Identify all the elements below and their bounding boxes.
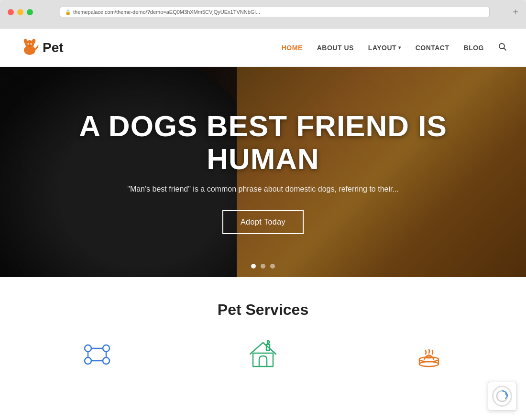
services-section: Pet Services xyxy=(0,277,526,386)
hero-dots xyxy=(251,264,275,269)
hero-dot-2[interactable] xyxy=(261,264,265,269)
search-icon[interactable] xyxy=(498,43,507,53)
svg-point-9 xyxy=(85,345,91,352)
nav-layout[interactable]: LAYOUT ▾ xyxy=(368,44,401,52)
nav-home[interactable]: HOME xyxy=(282,44,303,52)
grooming-icon xyxy=(412,338,446,371)
new-tab-button[interactable]: + xyxy=(513,7,518,18)
svg-point-5 xyxy=(31,43,32,45)
service-item-house xyxy=(185,338,341,371)
site-nav: HOME ABOUT US LAYOUT ▾ CONTACT BLOG xyxy=(282,43,507,53)
svg-point-6 xyxy=(29,45,31,47)
nav-about[interactable]: ABOUT US xyxy=(317,44,354,52)
svg-rect-17 xyxy=(253,353,273,366)
close-button[interactable] xyxy=(8,9,14,15)
svg-point-10 xyxy=(85,357,91,364)
browser-chrome: 🔒 themepalace.com/theme-demo/?demo=aEQ0M… xyxy=(0,0,526,29)
url-text: themepalace.com/theme-demo/?demo=aEQ0M3h… xyxy=(73,9,260,15)
services-title: Pet Services xyxy=(19,301,507,319)
dog-house-icon xyxy=(246,338,280,371)
minimize-button[interactable] xyxy=(17,9,23,15)
traffic-lights xyxy=(8,9,33,15)
service-item-grooming xyxy=(351,338,507,371)
nav-contact[interactable]: CONTACT xyxy=(416,44,449,52)
svg-point-4 xyxy=(28,43,29,45)
service-item-bone xyxy=(19,338,175,371)
svg-point-19 xyxy=(419,362,438,366)
site-header: Pet HOME ABOUT US LAYOUT ▾ CONTACT BLOG xyxy=(0,29,526,67)
website-content: Pet HOME ABOUT US LAYOUT ▾ CONTACT BLOG xyxy=(0,29,526,420)
svg-point-12 xyxy=(103,357,110,364)
recaptcha-icon xyxy=(492,386,512,407)
hero-dot-1[interactable] xyxy=(251,264,256,269)
hero-title: A DOGS BEST FRIEND IS HUMAN xyxy=(57,110,469,175)
bone-icon xyxy=(80,338,114,371)
site-logo[interactable]: Pet xyxy=(19,37,64,58)
hero-subtitle: "Man's best friend" is a common phrase a… xyxy=(57,185,469,194)
svg-point-11 xyxy=(103,345,110,352)
hero-content: A DOGS BEST FRIEND IS HUMAN "Man's best … xyxy=(48,110,478,234)
hero-section: A DOGS BEST FRIEND IS HUMAN "Man's best … xyxy=(0,67,526,277)
hero-dot-3[interactable] xyxy=(270,264,275,269)
nav-blog[interactable]: BLOG xyxy=(464,44,484,52)
recaptcha-badge xyxy=(488,382,516,410)
maximize-button[interactable] xyxy=(27,9,33,15)
svg-line-8 xyxy=(504,48,506,50)
chevron-down-icon: ▾ xyxy=(398,45,401,50)
logo-icon xyxy=(19,37,41,58)
services-grid xyxy=(19,338,507,371)
logo-text: Pet xyxy=(43,40,64,55)
lock-icon: 🔒 xyxy=(65,10,71,15)
address-bar[interactable]: 🔒 themepalace.com/theme-demo/?demo=aEQ0M… xyxy=(60,7,490,17)
adopt-today-button[interactable]: Adopt Today xyxy=(222,210,304,234)
